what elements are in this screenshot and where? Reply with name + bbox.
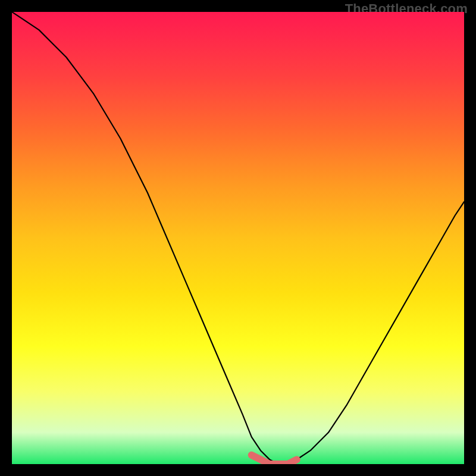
- chart-svg: [12, 12, 464, 464]
- chart-frame: TheBottleneck.com: [0, 0, 476, 476]
- bottleneck-curve-path: [12, 12, 464, 464]
- highlight-band-path: [252, 455, 297, 464]
- plot-area: [12, 12, 464, 464]
